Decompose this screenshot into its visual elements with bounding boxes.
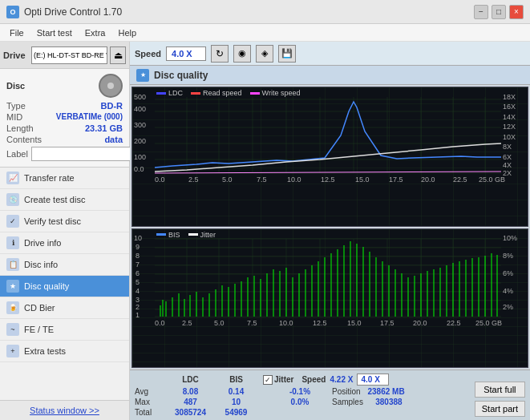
svg-text:8%: 8% <box>503 252 513 260</box>
transfer-rate-icon: 📈 <box>6 172 19 184</box>
menu-help[interactable]: Help <box>111 26 143 39</box>
sidebar-item-create-test-disc-label: Create test disc <box>24 195 85 204</box>
stats-total-row: Total 3085724 54969 <box>135 408 470 417</box>
drive-combo[interactable]: (E:) HL-DT-ST BD-RE WH16NS58 TST4 <box>31 46 107 64</box>
titlebar-left: O Opti Drive Control 1.70 <box>6 6 122 18</box>
ldc-legend-color <box>156 92 166 95</box>
status-window: Status window >> <box>0 400 129 420</box>
sidebar-item-extra-tests[interactable]: + Extra tests <box>0 341 129 362</box>
sidebar-item-disc-quality[interactable]: ★ Disc quality <box>0 276 129 297</box>
disc-type-label: Type <box>6 101 26 111</box>
cd-bier-icon: 🍺 <box>6 301 19 314</box>
disc-panel-title: Disc <box>6 81 25 91</box>
svg-text:9: 9 <box>136 243 140 251</box>
disc-quality-icon: ★ <box>6 280 19 293</box>
svg-text:12X: 12X <box>503 123 516 131</box>
svg-text:6%: 6% <box>503 269 513 277</box>
svg-text:10.0: 10.0 <box>287 176 301 184</box>
svg-text:5.0: 5.0 <box>222 176 233 184</box>
read-speed-legend-color <box>191 92 200 95</box>
action-buttons: Start full Start part <box>475 382 525 417</box>
stats-total-ldc: 3085724 <box>168 408 212 417</box>
stats-max-jitter: 0.0% <box>276 398 324 406</box>
eject-button[interactable]: ⏏ <box>110 46 126 64</box>
bis-legend: BIS <box>156 231 180 239</box>
svg-text:14X: 14X <box>503 113 516 121</box>
speed-refresh-btn[interactable]: ↻ <box>211 45 229 63</box>
svg-text:8X: 8X <box>503 143 512 151</box>
position-label: Position <box>332 387 361 396</box>
svg-text:100: 100 <box>134 153 146 161</box>
disc-label-input[interactable] <box>31 147 138 161</box>
sidebar-item-create-test-disc[interactable]: 💿 Create test disc <box>0 189 129 211</box>
speed-stat-combo[interactable]: 4.0 X <box>357 374 389 386</box>
jitter-legend-label: Jitter <box>200 231 216 239</box>
svg-text:6X: 6X <box>503 153 512 161</box>
drive-label: Drive <box>3 50 29 60</box>
samples-value: 380388 <box>365 398 413 406</box>
bis-legend-label: BIS <box>168 231 180 239</box>
stats-avg-bis: 0.14 <box>214 387 258 396</box>
speed-save-btn[interactable]: 💾 <box>278 45 296 63</box>
disc-panel-header: Disc <box>6 74 123 98</box>
svg-text:10%: 10% <box>503 234 517 242</box>
disc-length-row: Length 23.31 GB <box>6 123 123 133</box>
charts-and-stats: LDC Read speed Write speed <box>130 85 530 420</box>
menu-file[interactable]: File <box>3 26 30 39</box>
menu-start-test[interactable]: Start test <box>30 26 79 39</box>
disc-mid-label: MID <box>6 112 22 122</box>
speed-bar: Speed 4.0 X ↻ ◉ ◈ 💾 <box>130 42 530 66</box>
svg-text:500: 500 <box>134 93 146 101</box>
read-speed-legend: Read speed <box>191 89 242 97</box>
svg-text:300: 300 <box>134 121 146 129</box>
svg-text:5.0: 5.0 <box>214 319 225 327</box>
disc-label-label: Label <box>6 149 28 159</box>
extra-tests-icon: + <box>6 345 19 357</box>
svg-text:12.5: 12.5 <box>313 319 327 327</box>
svg-rect-43 <box>132 229 528 368</box>
stats-max-label: Max <box>135 398 167 406</box>
upper-chart: LDC Read speed Write speed <box>131 87 528 227</box>
sidebar-item-drive-info-label: Drive info <box>24 238 61 248</box>
disc-info-icon: 📋 <box>6 258 19 271</box>
speed-btn2[interactable]: ◉ <box>233 45 251 63</box>
sidebar-item-disc-info[interactable]: 📋 Disc info <box>0 254 129 276</box>
sidebar-item-transfer-rate[interactable]: 📈 Transfer rate <box>0 168 129 189</box>
speed-label: Speed <box>135 49 161 59</box>
disc-panel: Disc Type BD-R MID VERBATIMe (000) Lengt… <box>0 69 129 168</box>
minimize-button[interactable]: − <box>474 5 488 19</box>
status-window-button[interactable]: Status window >> <box>6 404 123 417</box>
menu-extra[interactable]: Extra <box>79 26 112 39</box>
sidebar-item-fe-te[interactable]: ~ FE / TE <box>0 319 129 341</box>
disc-mid-row: MID VERBATIMe (000) <box>6 112 123 122</box>
sidebar-item-verify-test-disc[interactable]: ✓ Verify test disc <box>0 211 129 232</box>
jitter-checkbox-row: ✓ Jitter <box>263 375 293 385</box>
start-full-button[interactable]: Start full <box>475 382 525 398</box>
content-area: Speed 4.0 X ↻ ◉ ◈ 💾 ★ Disc quality LDC <box>130 42 530 420</box>
jitter-checkbox[interactable]: ✓ <box>263 375 273 385</box>
svg-text:17.5: 17.5 <box>380 319 394 327</box>
maximize-button[interactable]: □ <box>492 5 506 19</box>
speed-btn3[interactable]: ◈ <box>256 45 273 63</box>
upper-chart-legend: LDC Read speed Write speed <box>156 89 300 97</box>
sidebar-item-cd-bier[interactable]: 🍺 CD Bier <box>0 297 129 319</box>
write-speed-legend: Write speed <box>250 89 301 97</box>
sidebar-item-drive-info[interactable]: ℹ Drive info <box>0 232 129 254</box>
sidebar-item-transfer-rate-label: Transfer rate <box>24 173 75 183</box>
svg-text:8: 8 <box>136 252 140 260</box>
svg-text:18X: 18X <box>503 93 516 101</box>
svg-text:25.0 GB: 25.0 GB <box>475 319 502 327</box>
stats-avg-row: Avg 8.08 0.14 -0.1% Position 23862 MB <box>135 387 470 396</box>
disc-inner <box>107 83 114 89</box>
svg-text:12.5: 12.5 <box>321 176 335 184</box>
start-part-button[interactable]: Start part <box>475 401 525 417</box>
close-button[interactable]: × <box>509 5 524 19</box>
speed-combo[interactable]: 4.0 X <box>166 46 206 61</box>
svg-text:6: 6 <box>136 269 140 277</box>
svg-text:5: 5 <box>136 278 140 286</box>
svg-text:4%: 4% <box>503 287 513 295</box>
speed-stat-value: 4.22 X <box>327 375 355 384</box>
svg-text:0.0: 0.0 <box>155 176 165 184</box>
drive-info-icon: ℹ <box>6 236 19 249</box>
svg-text:15.0: 15.0 <box>347 319 362 327</box>
